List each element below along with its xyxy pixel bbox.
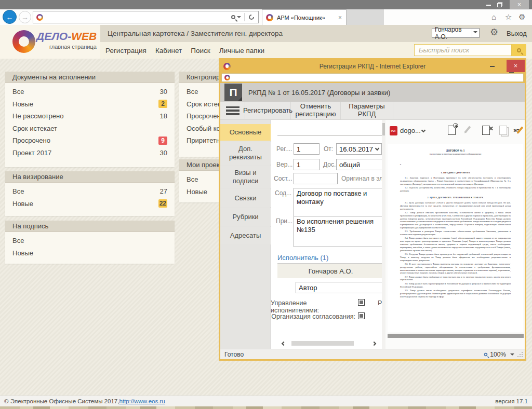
quick-search-button[interactable]: [512, 44, 526, 56]
popup-minimize-icon[interactable]: [490, 66, 495, 67]
tab-adresaty[interactable]: Адресаты: [220, 227, 271, 244]
logout-link[interactable]: Выход: [507, 30, 527, 37]
divider: [277, 135, 382, 136]
approval-org-checkbox[interactable]: [358, 312, 365, 319]
attachment-file-name[interactable]: dogo...: [400, 127, 421, 134]
minimize-icon[interactable]: [486, 5, 491, 6]
zoom-icon[interactable]: [484, 352, 487, 356]
site-favicon: [36, 14, 43, 21]
h-scrollbar-thumb[interactable]: [291, 341, 354, 346]
browser-navrow: ← → АРМ «Помощник» × ⌂ ☆ ⚙: [0, 9, 532, 25]
zoom-dropdown-icon[interactable]: [510, 353, 514, 358]
sost-input[interactable]: [294, 173, 338, 184]
sign-file-icon[interactable]: ЭП: [513, 126, 525, 135]
favorites-icon[interactable]: ☆: [505, 13, 512, 21]
list-item[interactable]: Все27: [5, 185, 175, 198]
new-tab-area[interactable]: [347, 9, 384, 25]
address-input[interactable]: [46, 13, 231, 21]
tab-dop-rekvizity[interactable]: Доп. реквизиты: [220, 142, 271, 165]
nav-cabinet[interactable]: Кабинет: [155, 47, 182, 54]
version-input[interactable]: [294, 159, 320, 170]
eos-link[interactable]: http://www.eos.ru: [119, 398, 165, 404]
popup-address-bar[interactable]: [221, 73, 524, 82]
chevron-down-icon[interactable]: [421, 128, 425, 132]
reg-number-input[interactable]: [294, 143, 320, 155]
list-item[interactable]: Новые2: [5, 98, 175, 111]
quick-search-input[interactable]: [414, 44, 512, 56]
list-item[interactable]: Не рассмотрено18: [5, 110, 175, 122]
tab-close-icon[interactable]: ×: [338, 14, 342, 21]
scroll-right-icon[interactable]: [372, 342, 376, 346]
doc-subtitle: на поставку и монтаж медицинского оборуд…: [400, 153, 511, 156]
home-icon[interactable]: ⌂: [491, 13, 496, 21]
chk1-label: Управление исполнителями:: [271, 299, 355, 314]
preview-h-scrollbar[interactable]: [388, 334, 524, 338]
access-input[interactable]: [336, 159, 385, 170]
original-note: Оригинал в эл. ви: [341, 175, 385, 182]
tab-svyazki[interactable]: Связки: [220, 189, 271, 207]
search-icon[interactable]: [231, 15, 235, 19]
browser-titlebar: ×: [0, 0, 532, 9]
status-ready: Готово: [224, 351, 244, 358]
search-dropdown-icon[interactable]: [237, 16, 241, 20]
list-item[interactable]: Проект 201730: [5, 147, 175, 159]
close-button[interactable]: ×: [510, 0, 529, 9]
popup-title: Регистрация РКПД - Internet Explorer: [220, 63, 525, 70]
scroll-left-icon[interactable]: [282, 342, 286, 346]
resize-grip[interactable]: [520, 354, 521, 355]
rkpd-params-button[interactable]: Параметры РКПД: [341, 102, 393, 119]
edit-file-icon: [464, 126, 471, 133]
v-scrollbar-thumb[interactable]: [382, 123, 385, 135]
zoom-level[interactable]: 100%: [490, 351, 506, 358]
nav-personal-folders[interactable]: Личные папки: [219, 47, 264, 54]
address-bar[interactable]: [33, 11, 259, 23]
register-button[interactable]: Регистрировать: [245, 102, 291, 119]
manage-executors-checkbox[interactable]: [358, 299, 365, 306]
executor-link[interactable]: Исполнитель (1): [277, 254, 328, 262]
menu-button[interactable]: [220, 102, 245, 119]
forward-button[interactable]: →: [19, 11, 31, 23]
content-textarea[interactable]: Договор по поставке и монтажу: [294, 188, 385, 216]
list-item[interactable]: Просрочено9: [5, 134, 175, 147]
pri-label: При...: [276, 217, 292, 225]
nav-registration[interactable]: Регистрация: [105, 47, 147, 54]
popup-toolbar: Регистрировать Отменить регистрацию Пара…: [220, 102, 525, 120]
refresh-icon[interactable]: [249, 15, 254, 20]
restore-icon[interactable]: [497, 2, 502, 7]
user-select-value: Гончаров А.О.: [435, 26, 472, 40]
close-icon: ×: [517, 1, 521, 8]
back-button[interactable]: ←: [3, 10, 17, 24]
tab-osnovnye[interactable]: Основные: [220, 124, 271, 141]
user-select[interactable]: Гончаров А.О.: [432, 28, 480, 38]
hamburger-icon: [226, 106, 240, 115]
settings-icon[interactable]: ⚙: [518, 13, 525, 21]
ver-label: Вер...: [276, 161, 292, 168]
card-docs-title: Документы на исполнении: [5, 72, 175, 83]
chk2-label: Организация согласования:: [271, 313, 355, 320]
add-file-icon[interactable]: [448, 126, 456, 135]
gear-icon[interactable]: ⚙: [490, 26, 498, 38]
browser-tab[interactable]: АРМ «Помощник» ×: [262, 9, 347, 25]
note-textarea[interactable]: Во исполнения решения №135: [294, 216, 385, 247]
tab-rubriki[interactable]: Рубрики: [220, 208, 271, 226]
popup-titlebar[interactable]: Регистрация РКПД - Internet Explorer ×: [220, 60, 525, 73]
tab-vizy-podpisi[interactable]: Визы и подписи: [220, 166, 271, 188]
list-item[interactable]: Новые22: [5, 198, 175, 210]
list-item[interactable]: Все30: [5, 86, 175, 98]
nav-search[interactable]: Поиск: [191, 47, 210, 54]
back-arrow-icon: ←: [6, 13, 14, 21]
list-item[interactable]: Все: [5, 235, 175, 247]
document-preview[interactable]: ДОГОВОР № 1 на поставку и монтаж медицин…: [388, 144, 523, 332]
list-item[interactable]: Новые: [5, 247, 175, 260]
popup-address-input[interactable]: [233, 74, 523, 81]
executor-row[interactable]: Гончаров А.О.: [277, 264, 384, 278]
doc-title: ДОГОВОР № 1: [400, 149, 511, 153]
list-item[interactable]: Срок истекает: [5, 122, 175, 135]
card-visa: На визирование Все27 Новые22: [5, 171, 175, 216]
cancel-registration-button[interactable]: Отменить регистрацию: [291, 102, 341, 119]
role-input[interactable]: [296, 282, 385, 293]
delete-file-icon[interactable]: [482, 126, 490, 135]
v-scrollbar[interactable]: [382, 120, 385, 349]
date-select[interactable]: 16.05.2017: [336, 143, 382, 155]
popup-close-button[interactable]: ×: [507, 60, 525, 72]
